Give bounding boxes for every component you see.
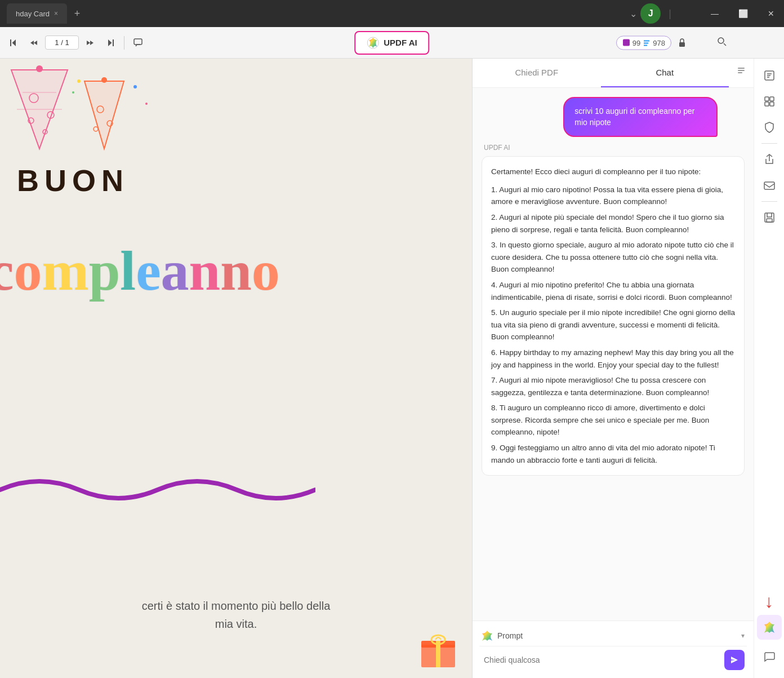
svg-rect-34	[765, 97, 769, 101]
svg-rect-30	[738, 68, 745, 69]
share-button[interactable]	[757, 147, 782, 172]
avatar[interactable]: J	[640, 3, 661, 24]
red-arrow-indicator: ↓	[765, 592, 774, 610]
svg-point-4	[718, 38, 724, 43]
first-page-button[interactable]	[5, 34, 23, 52]
ribbon-decoration	[0, 473, 472, 509]
close-button[interactable]: ✕	[758, 0, 784, 27]
ai-response-label: UPDF AI	[482, 144, 745, 152]
icon-bar-separator-1	[761, 143, 777, 144]
scan-button[interactable]	[757, 89, 782, 114]
user-message-container: scrivi 10 auguri di compleanno per mio n…	[563, 97, 745, 137]
search-button[interactable]	[716, 36, 728, 50]
right-icon-bar: ↓	[754, 59, 784, 678]
page-indicator: 1 / 1	[45, 36, 79, 50]
updf-ai-logo	[367, 37, 379, 49]
pdf-content: BUON compleanno compleanno cert	[0, 59, 472, 678]
prev-page-button[interactable]	[25, 34, 43, 52]
svg-point-18	[93, 127, 98, 131]
last-page-button[interactable]	[101, 34, 119, 52]
prompt-area: Prompt ▾	[473, 621, 754, 678]
bottom-text: certi è stato il momento più bello della…	[0, 597, 472, 633]
main-toolbar: 1 / 1 UPDF AI	[0, 27, 784, 59]
prompt-selector[interactable]: Prompt ▾	[479, 626, 747, 646]
active-tab[interactable]: hday Card ×	[7, 3, 67, 24]
tab-area: hday Card × +	[7, 3, 85, 24]
user-message-bubble: scrivi 10 auguri di compleanno per mio n…	[563, 97, 717, 137]
chat-input-row	[479, 646, 747, 673]
token-badge: 99 978	[616, 36, 671, 50]
prompt-chevron-icon[interactable]: ▾	[741, 632, 745, 640]
ai-panel: Chiedi PDF Chat scrivi 10 auguri di comp…	[472, 59, 754, 678]
title-bar-controls: — ⬜ ✕	[702, 0, 784, 27]
svg-rect-37	[770, 102, 774, 106]
toolbar-separator-1	[124, 36, 124, 50]
svg-point-23	[145, 103, 148, 105]
tab-title: hday Card	[16, 10, 50, 18]
chat-icon-button[interactable]	[757, 644, 782, 669]
security-button[interactable]	[757, 115, 782, 140]
svg-rect-2	[623, 39, 630, 46]
title-bar-sep: |	[669, 8, 671, 20]
nav-dropdown-icon[interactable]: ⌄	[630, 8, 637, 19]
maximize-button[interactable]: ⬜	[730, 0, 756, 27]
send-button[interactable]	[724, 650, 745, 670]
bottom-icons: ↓	[757, 231, 782, 673]
tab-chat[interactable]: Chat	[601, 59, 729, 87]
svg-rect-0	[134, 39, 142, 45]
svg-point-22	[133, 85, 137, 88]
svg-point-19	[101, 77, 107, 83]
lock-button[interactable]	[673, 34, 691, 52]
svg-rect-31	[738, 70, 745, 71]
tab-chiedi-pdf[interactable]: Chiedi PDF	[473, 59, 601, 87]
message-count: 978	[653, 38, 665, 47]
chat-area: scrivi 10 auguri di compleanno per mio n…	[473, 88, 754, 621]
ai-response-container: UPDF AI Certamente! Ecco dieci auguri di…	[482, 144, 745, 476]
next-page-button[interactable]	[81, 34, 99, 52]
svg-rect-36	[765, 102, 769, 106]
icon-bar-separator-2	[761, 201, 777, 202]
svg-rect-3	[679, 42, 685, 47]
title-bar: hday Card × + ⌄ J | — ⬜ ✕	[0, 0, 784, 27]
token-count: 99	[632, 38, 640, 47]
chat-input[interactable]	[482, 651, 720, 669]
svg-rect-38	[764, 182, 774, 189]
new-tab-button[interactable]: +	[69, 6, 85, 21]
svg-text:compleanno: compleanno	[0, 240, 280, 302]
chat-menu-icon[interactable]	[729, 59, 754, 83]
svg-point-11	[36, 65, 43, 72]
updf-ai-button[interactable]: UPDF AI	[354, 31, 429, 55]
pdf-panel: BUON compleanno compleanno cert	[0, 59, 472, 678]
svg-marker-15	[84, 81, 124, 149]
svg-rect-35	[770, 97, 774, 101]
svg-point-21	[72, 91, 74, 94]
ocr-button[interactable]	[757, 63, 782, 88]
prompt-label: Prompt	[497, 631, 737, 640]
gift-box-icon	[416, 625, 461, 672]
comment-button[interactable]	[129, 34, 147, 52]
ai-response-text: Certamente! Ecco dieci auguri di complea…	[482, 156, 745, 476]
ai-tabs: Chiedi PDF Chat	[473, 59, 754, 88]
buon-text: BUON	[17, 163, 129, 198]
party-hats-illustration	[6, 64, 163, 154]
svg-rect-40	[767, 219, 772, 222]
updf-ai-label: UPDF AI	[384, 38, 417, 47]
tab-close-icon[interactable]: ×	[54, 10, 58, 17]
svg-rect-32	[738, 72, 742, 73]
minimize-button[interactable]: —	[702, 0, 728, 27]
prompt-logo-icon	[482, 630, 493, 641]
email-button[interactable]	[757, 173, 782, 198]
compleanno-illustration: compleanno compleanno	[0, 205, 304, 309]
content-area: BUON compleanno compleanno cert	[0, 59, 784, 678]
svg-point-20	[77, 79, 81, 83]
ai-assistant-button[interactable]	[757, 615, 782, 640]
save-button[interactable]	[757, 205, 782, 230]
